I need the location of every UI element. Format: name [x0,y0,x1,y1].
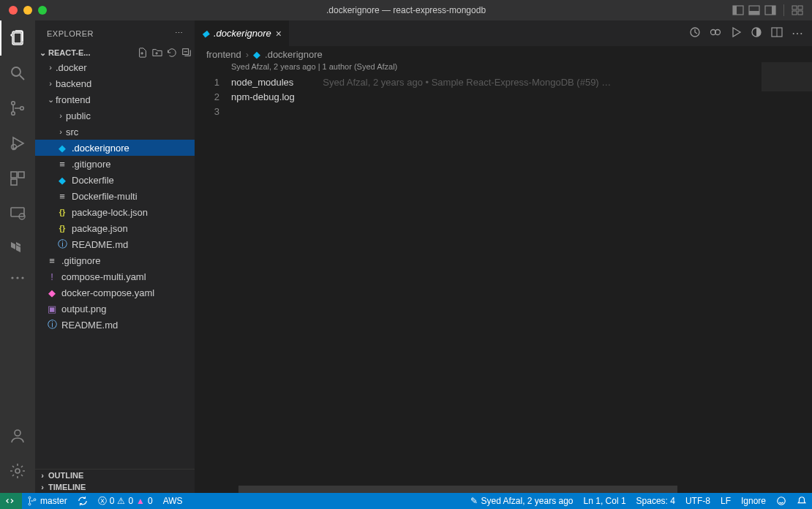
tree-file-dockerignore[interactable]: ◆.dockerignore [35,140,195,156]
inline-blame: Syed Afzal, 2 years ago • Sample React-E… [323,77,611,88]
more-editor-actions-icon[interactable]: ⋯ [792,26,803,40]
run-icon[interactable] [730,26,742,40]
tree-file-package-lock[interactable]: {}package-lock.json [35,204,195,220]
tree-folder-public[interactable]: ›public [35,108,195,124]
tree-file-root-gitignore[interactable]: ≡.gitignore [35,252,195,268]
svg-rect-7 [798,6,802,10]
activity-bar [0,20,35,493]
svg-rect-3 [749,11,759,15]
editor-body[interactable]: 1 2 3 Syed Afzal, 2 years ago | 1 author… [195,62,812,486]
remote-indicator[interactable] [0,493,22,509]
project-section-header[interactable]: ⌄ REACT-E... [35,46,195,59]
tree-file-gitignore[interactable]: ≡.gitignore [35,156,195,172]
toggle-secondary-sidebar-icon[interactable] [764,4,776,16]
image-icon: ▣ [45,303,59,314]
compare-icon[interactable] [710,26,721,40]
code-text: npm-debug.log [231,90,761,105]
run-debug-activity[interactable] [0,126,35,161]
error-count: 0 [110,496,115,506]
extensions-activity[interactable] [0,161,35,196]
customize-layout-icon[interactable] [792,4,803,16]
scrollbar-thumb[interactable] [238,486,677,493]
blame-status[interactable]: ✎Syed Afzal, 2 years ago [465,496,578,506]
tree-folder-docker[interactable]: ›.docker [35,59,195,75]
remote-explorer-activity[interactable] [0,196,35,231]
history-icon[interactable] [689,26,701,40]
editor-tab[interactable]: ◆ .dockerignore × [195,20,289,46]
terraform-activity[interactable] [0,231,35,266]
codelens-authors[interactable]: Syed Afzal, 2 years ago | 1 author (Syed… [231,62,761,75]
tree-folder-backend[interactable]: ›backend [35,75,195,91]
git-branch-status[interactable]: master [22,493,72,509]
search-activity[interactable] [0,56,35,91]
aws-status[interactable]: AWS [158,493,188,509]
svg-rect-17 [18,172,24,178]
more-activity[interactable] [0,266,35,290]
horizontal-scrollbar[interactable] [195,486,812,493]
svg-point-36 [778,497,786,505]
eol-status[interactable]: LF [715,496,736,506]
toggle-primary-sidebar-icon[interactable] [732,4,744,16]
tree-folder-src[interactable]: ›src [35,124,195,140]
sidebar-header: EXPLORER ⋯ [35,20,195,46]
split-editor-icon[interactable] [771,26,783,40]
breadcrumb-seg[interactable]: .dockerignore [265,49,323,60]
encoding-status[interactable]: UTF-8 [680,496,715,506]
breadcrumb-seg[interactable]: frontend [206,49,241,60]
outline-section[interactable]: ›OUTLINE [35,470,195,481]
line-number-gutter: 1 2 3 [195,62,231,486]
new-file-icon[interactable] [138,48,148,58]
docker-icon: ◆ [56,143,69,154]
cursor-position-status[interactable]: Ln 1, Col 1 [579,496,631,506]
code-text: node_modules [231,77,293,88]
notifications-icon[interactable] [792,496,812,506]
tree-folder-frontend[interactable]: ⌄frontend [35,91,195,108]
toggle-panel-icon[interactable] [748,4,760,16]
file-icon: ≡ [45,255,59,266]
line-number: 2 [195,90,219,105]
settings-activity[interactable] [0,453,35,489]
feedback-icon[interactable] [771,496,792,506]
svg-point-23 [21,276,23,279]
toggle-icon[interactable] [751,26,762,40]
tree-file-package[interactable]: {}package.json [35,220,195,236]
minimap-slider[interactable] [762,62,812,91]
tree-file-dockerfile[interactable]: ◆Dockerfile [35,172,195,188]
statusbar: master ⓧ0 ⚠0 ▲0 AWS ✎Syed Afzal, 2 years… [0,493,812,509]
breadcrumbs[interactable]: frontend › ◆ .dockerignore [195,46,812,62]
maximize-window-button[interactable] [38,6,47,15]
code-content[interactable]: Syed Afzal, 2 years ago | 1 author (Syed… [231,62,761,486]
tree-file-docker-compose[interactable]: ◆docker-compose.yaml [35,284,195,301]
tree-file-compose-multi[interactable]: !compose-multi.yaml [35,268,195,284]
timeline-section[interactable]: ›TIMELINE [35,481,195,493]
close-tab-icon[interactable]: × [276,28,282,39]
svg-rect-16 [11,172,17,178]
source-control-activity[interactable] [0,91,35,126]
collapse-all-icon[interactable] [181,48,192,58]
chevron-right-icon: › [56,127,66,136]
accounts-activity[interactable] [0,418,35,453]
close-window-button[interactable] [9,6,18,15]
tree-file-dockerfile-multi[interactable]: ≡Dockerfile-multi [35,188,195,204]
explorer-more-icon[interactable]: ⋯ [175,29,184,38]
minimize-window-button[interactable] [23,6,32,15]
project-name: REACT-E... [48,48,90,57]
divider [783,4,784,16]
new-folder-icon[interactable] [152,48,162,58]
tree-file-readme[interactable]: ⓘREADME.md [35,236,195,252]
language-mode-status[interactable]: Ignore [736,496,771,506]
svg-rect-8 [792,11,797,15]
minimap[interactable] [761,62,812,486]
tree-file-root-readme[interactable]: ⓘREADME.md [35,317,195,333]
sync-status[interactable] [72,493,93,509]
svg-rect-18 [11,179,17,185]
sidebar-title: EXPLORER [47,29,94,38]
editor-actions: ⋯ [689,26,812,40]
problems-status[interactable]: ⓧ0 ⚠0 ▲0 [93,493,158,509]
file-icon: ≡ [56,191,69,202]
indentation-status[interactable]: Spaces: 4 [631,496,680,506]
refresh-icon[interactable] [167,48,177,58]
svg-point-21 [11,276,13,279]
tree-file-output-png[interactable]: ▣output.png [35,301,195,317]
explorer-activity[interactable] [0,20,35,56]
